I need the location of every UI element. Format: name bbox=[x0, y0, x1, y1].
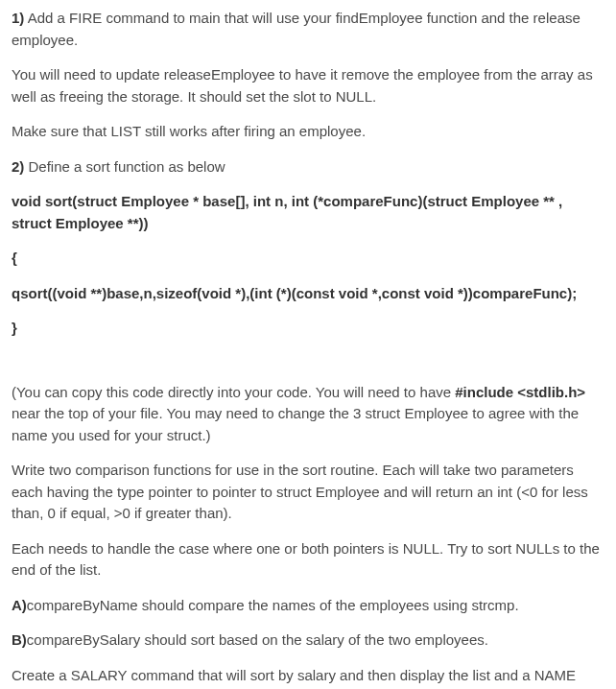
code-open-brace: { bbox=[12, 248, 604, 270]
paragraph-8: A)compareByName should compare the names… bbox=[12, 595, 604, 617]
code-close-brace: } bbox=[12, 318, 604, 340]
spacer bbox=[12, 353, 604, 382]
code-signature: void sort(struct Employee * base[], int … bbox=[12, 191, 604, 234]
paragraph-6: Write two comparison functions for use i… bbox=[12, 460, 604, 525]
label-2: 2) bbox=[12, 158, 24, 175]
paragraph-10: Create a SALARY command that will sort b… bbox=[12, 665, 604, 690]
text-9: compareBySalary should sort based on the… bbox=[27, 631, 488, 648]
paragraph-7: Each needs to handle the case where one … bbox=[12, 538, 604, 582]
text-5-post: near the top of your file. You may need … bbox=[12, 405, 579, 443]
label-b: B) bbox=[12, 631, 27, 648]
paragraph-2: You will need to update releaseEmployee … bbox=[12, 64, 604, 107]
text-5-bold: #include <stdlib.h> bbox=[455, 384, 585, 400]
text-5-pre: (You can copy this code directly into yo… bbox=[12, 384, 455, 400]
code-body: qsort((void **)base,n,sizeof(void *),(in… bbox=[12, 283, 604, 305]
paragraph-1: 1) Add a FIRE command to main that will … bbox=[12, 8, 604, 51]
paragraph-9: B)compareBySalary should sort based on t… bbox=[12, 630, 604, 652]
label-1: 1) bbox=[12, 10, 24, 26]
paragraph-4: 2) Define a sort function as below bbox=[12, 156, 604, 178]
paragraph-5: (You can copy this code directly into yo… bbox=[12, 382, 604, 447]
text-1: Add a FIRE command to main that will use… bbox=[12, 10, 580, 48]
paragraph-3: Make sure that LIST still works after fi… bbox=[12, 121, 604, 143]
text-4: Define a sort function as below bbox=[24, 158, 225, 175]
label-a: A) bbox=[12, 597, 27, 613]
text-8: compareByName should compare the names o… bbox=[27, 597, 519, 613]
